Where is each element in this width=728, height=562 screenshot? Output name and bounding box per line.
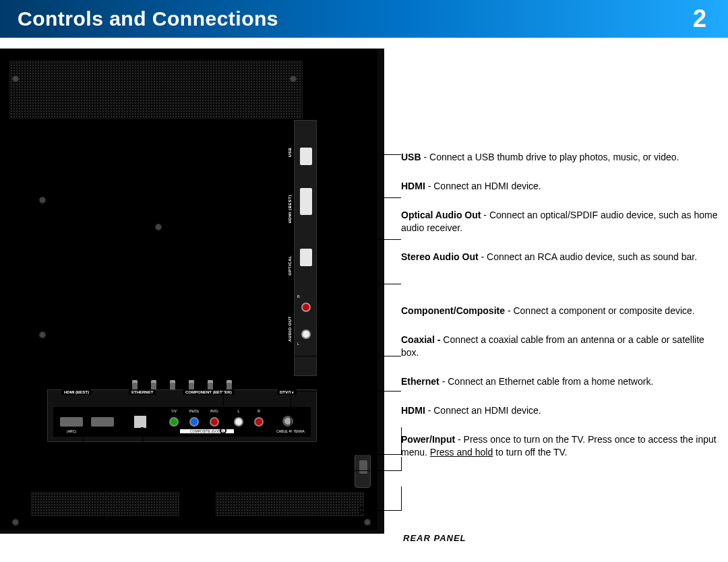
desc-ethernet: Ethernet - Connect an Ethernet cable fro… — [401, 375, 718, 388]
desc-hdmi-name: HDMI — [401, 181, 425, 191]
power-switch-icon — [355, 454, 371, 488]
screw-icon — [290, 75, 297, 82]
rear-panel-label: REAR PANEL — [403, 533, 466, 543]
chapter-title: Controls and Connections — [18, 7, 278, 30]
desc-coax-name: Coaxial — [401, 334, 435, 345]
hdmi-port-icon — [300, 188, 312, 215]
leader-line — [332, 197, 401, 198]
leader-line — [142, 430, 143, 454]
sep: - — [425, 181, 433, 191]
optical-port-icon — [300, 249, 312, 266]
leader-dot — [359, 507, 365, 513]
yv-label: Y/V — [166, 409, 181, 413]
desc-component: Component/Composite - Connect a componen… — [401, 305, 718, 317]
desc-hdmi-side: HDMI - Connect an HDMI device. — [401, 180, 718, 193]
rca-blue-icon — [189, 417, 199, 427]
desc-component-text: Connect a component or composite device. — [513, 305, 694, 316]
group-label-hdmi: HDMI (BEST) — [61, 389, 92, 395]
leader-line — [365, 510, 401, 511]
rca-red-icon — [254, 417, 264, 427]
port-descriptions: USB - Connect a USB thumb drive to play … — [401, 151, 718, 475]
screw-icon — [39, 197, 46, 204]
desc-hdmi2-text: Connect an HDMI device. — [433, 405, 541, 416]
group-label-component: COMPONENT (BETTER) — [183, 389, 235, 395]
chapter-header: Controls and Connections 2 — [0, 0, 728, 38]
leader-dot — [325, 151, 332, 158]
leader-dot — [325, 194, 332, 201]
desc-usb-name: USB — [401, 152, 421, 162]
leader-line — [291, 391, 401, 392]
group-label-ethernet: ETHERNET — [129, 389, 156, 395]
page-number: 7 — [363, 547, 367, 557]
rca-r-label: R — [297, 294, 300, 299]
leader-line — [291, 391, 291, 427]
bottom-port-strip: HDMI (BEST) ETHERNET COMPONENT (BETTER) … — [47, 389, 317, 442]
rca-red-icon — [210, 417, 219, 427]
port-label-optical: OPTICAL — [288, 255, 292, 276]
desc-hdmi-text: Connect an HDMI device. — [433, 181, 541, 191]
screw-icon — [364, 519, 371, 526]
leader-line — [142, 454, 401, 455]
leader-dot — [220, 427, 226, 434]
port-label-audioout: AUDIO OUT — [288, 316, 292, 342]
sep: - — [425, 405, 433, 416]
leader-line — [223, 356, 401, 356]
side-port-strip: USB HDMI (BEST) OPTICAL AUDIO OUT R L — [294, 120, 317, 376]
rca-green-icon — [169, 417, 179, 427]
desc-coax-text: Connect a coaxial cable from an antenna … — [401, 334, 704, 358]
chapter-number: 2 — [693, 5, 706, 33]
sep: - — [479, 251, 487, 262]
sep: - — [421, 152, 429, 162]
sep: - — [455, 434, 463, 445]
desc-stereo-text: Connect an RCA audio device, such as sou… — [487, 251, 697, 262]
desc-optical-name: Optical Audio Out — [401, 210, 481, 220]
pbcb-label: Pb/Cb — [185, 409, 203, 413]
screw-icon — [12, 75, 19, 82]
desc-power-underline: Press and hold — [430, 447, 493, 458]
desc-hdmi2-name: HDMI — [401, 405, 425, 416]
l-label: L — [234, 409, 243, 413]
rca-white-icon — [234, 417, 243, 427]
coax-port-icon — [282, 416, 293, 427]
vent-grille — [9, 61, 303, 119]
sep: - — [481, 210, 489, 220]
rca-l-label: L — [297, 342, 299, 346]
desc-power-name: Power/Input — [401, 434, 455, 445]
sep: - — [435, 334, 443, 345]
leader-dot — [325, 236, 332, 243]
r-label: R — [254, 409, 264, 413]
prcr-label: Pr/Cr — [206, 409, 223, 413]
desc-power: Power/Input - Press once to turn on the … — [401, 433, 718, 459]
desc-ethernet-text: Connect an Ethernet cable from a home ne… — [448, 376, 653, 387]
leader-line — [223, 356, 224, 427]
usb-port-icon — [300, 148, 312, 165]
desc-optical: Optical Audio Out - Connect an optical/S… — [401, 209, 718, 235]
ethernet-port-icon — [134, 416, 146, 428]
tv-bezel — [0, 49, 377, 530]
leader-line — [332, 239, 401, 240]
hdmi-port-icon — [60, 417, 83, 427]
rear-panel-diagram: USB HDMI (BEST) OPTICAL AUDIO OUT R L HD… — [0, 49, 384, 534]
leader-line — [401, 487, 402, 511]
leader-line — [332, 154, 401, 155]
leader-line — [83, 470, 401, 471]
leader-line — [83, 430, 84, 470]
sep: - — [439, 376, 448, 387]
leader-line — [332, 284, 401, 284]
desc-usb-text: Connect a USB thumb drive to play photos… — [429, 152, 679, 162]
hdmi-port-icon — [91, 417, 114, 427]
rca-white-icon — [301, 330, 311, 339]
leader-dot — [287, 427, 294, 434]
screw-icon — [39, 332, 46, 338]
rca-red-icon — [301, 303, 311, 312]
desc-component-name: Component/Composite — [401, 305, 505, 316]
desc-coax: Coaxial - Connect a coaxial cable from a… — [401, 334, 718, 359]
desc-stereo-name: Stereo Audio Out — [401, 251, 479, 262]
port-label-usb: USB — [288, 148, 292, 157]
vent-grille — [216, 492, 364, 516]
desc-stereo: Stereo Audio Out - Connect an RCA audio … — [401, 251, 718, 263]
sep: - — [505, 305, 513, 316]
desc-hdmi-bottom: HDMI - Connect an HDMI device. — [401, 404, 718, 417]
screw-icon — [155, 224, 162, 230]
port-label-hdmi: HDMI (BEST) — [288, 195, 292, 224]
